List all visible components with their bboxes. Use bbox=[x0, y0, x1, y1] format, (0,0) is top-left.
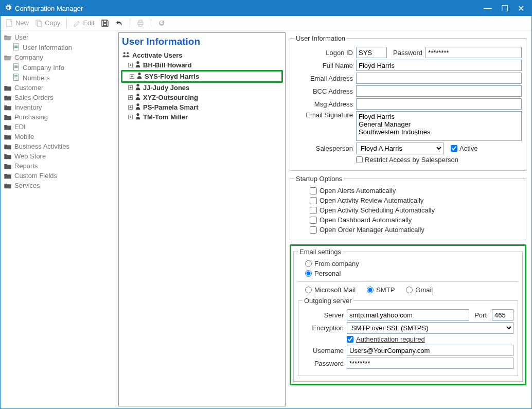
sidebar-item[interactable]: Services bbox=[2, 181, 115, 190]
encryption-select[interactable]: SMTP over SSL (SMTPS) bbox=[347, 322, 513, 334]
outgoing-server-group: Outgoing server Server Port Encryption S… bbox=[298, 297, 518, 376]
startup-checkbox[interactable] bbox=[310, 207, 317, 214]
svg-rect-15 bbox=[14, 75, 17, 76]
label-password: Password bbox=[393, 49, 422, 57]
radio-msmail[interactable] bbox=[305, 287, 312, 293]
sidebar-item[interactable]: Sales Orders bbox=[2, 93, 115, 102]
separator bbox=[298, 281, 518, 282]
radio-from-company[interactable] bbox=[305, 260, 312, 267]
auth-required-checkbox[interactable] bbox=[347, 336, 353, 343]
sidebar-item[interactable]: Purchasing bbox=[2, 112, 115, 122]
sidebar: UserUser InformationCompanyCompany InfoN… bbox=[1, 30, 116, 408]
sidebar-item[interactable]: Customer bbox=[2, 83, 115, 93]
bcc-address-input[interactable] bbox=[356, 85, 522, 97]
maximize-button[interactable]: ☐ bbox=[501, 4, 508, 13]
msg-address-input[interactable] bbox=[356, 98, 522, 110]
startup-option[interactable]: Open Dashboard Automatically bbox=[294, 215, 522, 225]
startup-checkbox[interactable] bbox=[310, 197, 317, 204]
sidebar-item[interactable]: Reports bbox=[2, 161, 115, 171]
email-signature-input[interactable]: Floyd Harris General Manager Southwester… bbox=[356, 111, 522, 141]
email-password-input[interactable] bbox=[347, 358, 513, 369]
startup-checkbox[interactable] bbox=[310, 226, 317, 234]
expand-icon[interactable]: + bbox=[128, 85, 133, 90]
startup-option[interactable]: Open Activity Review Automatically bbox=[294, 195, 522, 205]
active-checkbox-wrap[interactable]: Active bbox=[451, 145, 477, 152]
legend-email: Email settings bbox=[298, 248, 343, 256]
radio-gmail-row[interactable]: Gmail bbox=[406, 286, 433, 294]
password-input[interactable] bbox=[425, 47, 522, 58]
user-row[interactable]: +TM-Tom Miller bbox=[121, 112, 283, 122]
svg-rect-16 bbox=[14, 77, 17, 77]
user-row[interactable]: +SYS-Floyd Harris bbox=[121, 70, 283, 83]
restrict-checkbox[interactable] bbox=[356, 156, 363, 163]
radio-msmail-row[interactable]: Microsoft Mail bbox=[305, 286, 356, 294]
svg-rect-8 bbox=[14, 46, 17, 47]
label-full-name: Full Name bbox=[294, 62, 353, 69]
startup-option[interactable]: Open Activity Scheduling Automatically bbox=[294, 205, 522, 215]
server-input[interactable] bbox=[347, 309, 469, 321]
new-button[interactable]: New bbox=[4, 18, 31, 28]
sidebar-item[interactable]: Inventory bbox=[2, 102, 115, 112]
logon-id-input[interactable] bbox=[356, 47, 387, 58]
expand-icon[interactable]: + bbox=[130, 74, 134, 79]
restrict-checkbox-wrap[interactable]: Restrict Access by Salesperson bbox=[356, 156, 458, 164]
print-button[interactable] bbox=[134, 18, 147, 28]
minimize-button[interactable]: — bbox=[484, 4, 492, 13]
salesperson-select[interactable]: Floyd A Harris bbox=[356, 143, 444, 154]
sidebar-item[interactable]: Numbers bbox=[2, 73, 115, 83]
user-row[interactable]: +PS-Pamela Smart bbox=[121, 102, 283, 112]
svg-point-24 bbox=[136, 103, 139, 106]
new-icon bbox=[6, 19, 14, 27]
panel-title: User Information bbox=[121, 36, 283, 47]
copy-button[interactable]: Copy bbox=[33, 18, 62, 28]
label-salesperson: Salesperson bbox=[294, 145, 353, 152]
sidebar-item[interactable]: User bbox=[2, 32, 115, 42]
separator bbox=[66, 19, 67, 28]
user-row[interactable]: +JJ-Judy Jones bbox=[121, 83, 283, 93]
radio-smtp[interactable] bbox=[367, 287, 374, 293]
undo-icon bbox=[115, 19, 123, 27]
sidebar-item[interactable]: Business Activities bbox=[2, 141, 115, 151]
startup-checkbox[interactable] bbox=[310, 187, 317, 194]
undo-button[interactable] bbox=[113, 18, 126, 28]
username-input[interactable] bbox=[347, 345, 513, 356]
full-name-input[interactable] bbox=[356, 60, 522, 71]
sidebar-item[interactable]: Custom Fields bbox=[2, 171, 115, 181]
label-msg-address: Msg Address bbox=[294, 100, 353, 108]
email-address-input[interactable] bbox=[356, 73, 522, 84]
save-button[interactable] bbox=[99, 18, 111, 28]
email-settings-group: Email settings From company Personal Mic… bbox=[293, 248, 523, 382]
svg-rect-6 bbox=[13, 44, 19, 50]
expand-icon[interactable]: + bbox=[128, 95, 133, 100]
radio-personal[interactable] bbox=[305, 270, 312, 277]
sidebar-item[interactable]: Company bbox=[2, 52, 115, 62]
auth-required-row[interactable]: Authentication required bbox=[347, 335, 425, 343]
radio-smtp-row[interactable]: SMTP bbox=[367, 286, 395, 294]
sidebar-item[interactable]: Mobile bbox=[2, 132, 115, 141]
radio-personal-row[interactable]: Personal bbox=[298, 269, 518, 278]
user-row[interactable]: +BH-Bill Howard bbox=[121, 60, 283, 70]
port-input[interactable] bbox=[492, 309, 513, 321]
sidebar-item[interactable]: Company Info bbox=[2, 62, 115, 73]
radio-gmail[interactable] bbox=[406, 287, 413, 293]
startup-option[interactable]: Open Order Manager Automatically bbox=[294, 225, 522, 235]
label-email-address: Email Address bbox=[294, 75, 353, 82]
edit-button[interactable]: Edit bbox=[71, 18, 96, 28]
startup-checkbox[interactable] bbox=[310, 217, 317, 224]
sidebar-item[interactable]: Web Store bbox=[2, 151, 115, 161]
sidebar-item[interactable]: User Information bbox=[2, 42, 115, 52]
sidebar-item[interactable]: EDI bbox=[2, 122, 115, 132]
expand-icon[interactable]: + bbox=[128, 105, 133, 110]
close-button[interactable]: ✕ bbox=[518, 4, 524, 13]
svg-rect-2 bbox=[38, 22, 42, 27]
expand-icon[interactable]: + bbox=[128, 63, 133, 67]
user-row[interactable]: +XYZ-Outsourcing bbox=[121, 93, 283, 102]
expand-icon[interactable]: + bbox=[128, 115, 133, 119]
radio-from-company-row[interactable]: From company bbox=[298, 259, 518, 269]
tree-header[interactable]: Acctivate Users bbox=[121, 50, 283, 60]
pencil-icon bbox=[73, 19, 81, 27]
active-checkbox[interactable] bbox=[451, 145, 457, 152]
startup-option[interactable]: Open Alerts Automatically bbox=[294, 186, 522, 195]
svg-rect-7 bbox=[14, 45, 17, 45]
refresh-button[interactable] bbox=[155, 18, 168, 28]
